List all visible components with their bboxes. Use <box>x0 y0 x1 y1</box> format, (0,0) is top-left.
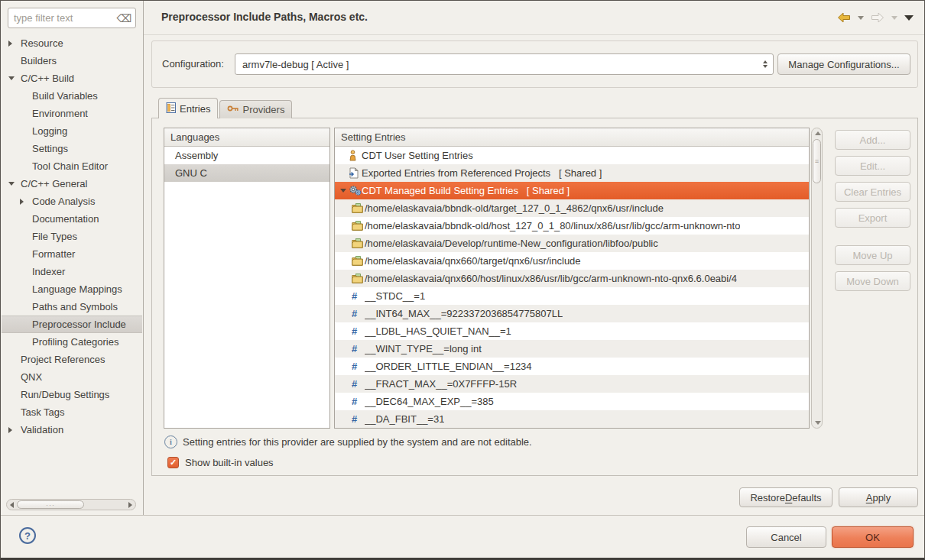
include-folder-icon <box>352 203 365 213</box>
sidebar-item-documentation[interactable]: Documentation <box>2 210 142 228</box>
expander-collapsed-icon[interactable] <box>20 199 32 205</box>
expander-expanded-icon[interactable] <box>8 182 21 186</box>
forward-menu-caret-icon[interactable] <box>891 16 897 20</box>
sidebar-item-indexer[interactable]: Indexer <box>2 263 142 280</box>
manage-configurations-button[interactable]: Manage Configurations... <box>777 53 910 75</box>
sidebar-item-project-references[interactable]: Project References <box>2 351 142 368</box>
sidebar-hscrollbar[interactable]: ··· <box>6 499 136 510</box>
sidebar-item-label: Run/Debug Settings <box>21 389 109 400</box>
language-row[interactable]: GNU C <box>164 164 329 182</box>
sidebar-item-formatter[interactable]: Formatter <box>2 245 142 263</box>
expander-expanded-icon[interactable] <box>338 189 349 193</box>
entry-row[interactable]: #__DA_FBIT__=31 <box>335 410 809 428</box>
macro-icon: # <box>352 290 357 302</box>
exported-entries-icon <box>349 167 359 179</box>
help-button[interactable]: ? <box>19 527 36 544</box>
scrollbar-thumb[interactable]: ··· <box>17 500 84 509</box>
setting-entries-list: Setting Entries CDT User Setting Entries… <box>334 128 810 429</box>
move-up-button[interactable]: Move Up <box>835 245 910 265</box>
clear-entries-button[interactable]: Clear Entries <box>835 182 910 202</box>
back-menu-caret-icon[interactable] <box>858 16 864 20</box>
entry-row[interactable]: CDT User Setting Entries <box>335 147 809 164</box>
sidebar-item-tool-chain-editor[interactable]: Tool Chain Editor <box>2 157 142 175</box>
dialog-footer: ? Cancel OK <box>1 515 924 558</box>
sidebar-item-c-c-build[interactable]: C/C++ Build <box>2 70 142 87</box>
sidebar-item-logging[interactable]: Logging <box>2 122 142 140</box>
show-built-in-checkbox[interactable]: ✓ <box>167 457 179 468</box>
sidebar-item-preprocessor-include[interactable]: Preprocessor Include <box>2 316 142 333</box>
scroll-down-icon[interactable] <box>815 421 821 425</box>
back-icon[interactable] <box>837 12 851 23</box>
sidebar-item-paths-and-symbols[interactable]: Paths and Symbols <box>2 298 142 316</box>
show-built-in-line: ✓ Show built-in values <box>167 457 274 468</box>
entry-row[interactable]: /home/elaskavaia/qnx660/target/qnx6/usr/… <box>335 252 809 270</box>
scroll-left-icon[interactable] <box>10 502 14 508</box>
entry-row[interactable]: #__LDBL_HAS_QUIET_NAN__=1 <box>335 322 809 340</box>
entry-row[interactable]: CDT Managed Build Setting Entries [ Shar… <box>335 182 809 199</box>
expander-collapsed-icon[interactable] <box>8 40 21 47</box>
sidebar-item-c-c-general[interactable]: C/C++ General <box>2 175 142 193</box>
cancel-button[interactable]: Cancel <box>746 526 826 548</box>
macro-icon: # <box>352 396 365 407</box>
entry-row[interactable]: /home/elaskavaia/qnx660/host/linux/x86/u… <box>335 270 809 287</box>
configuration-combo[interactable]: armv7le-debug [ Active ] <box>235 53 774 75</box>
providers-tab-icon-slot <box>227 104 239 115</box>
include-folder-icon <box>352 274 363 283</box>
sidebar-item-environment[interactable]: Environment <box>2 105 142 122</box>
view-menu-icon[interactable] <box>904 15 914 21</box>
entry-row[interactable]: #__FRACT_MAX__=0X7FFFP-15R <box>335 375 809 393</box>
entry-label: __LDBL_HAS_QUIET_NAN__=1 <box>365 325 511 337</box>
clear-filter-icon[interactable]: ⌫ <box>116 13 131 24</box>
entry-row[interactable]: #__ORDER_LITTLE_ENDIAN__=1234 <box>335 358 809 375</box>
sidebar-item-run-debug-settings[interactable]: Run/Debug Settings <box>2 386 142 403</box>
entry-row[interactable]: Exported Entries from Referenced Project… <box>335 164 809 182</box>
entry-row[interactable]: #__STDC__=1 <box>335 287 809 305</box>
scroll-right-icon[interactable] <box>128 502 132 508</box>
scrollbar-thumb[interactable]: ≡ <box>813 139 821 183</box>
sidebar-item-validation[interactable]: Validation <box>2 421 142 439</box>
language-row[interactable]: Assembly <box>164 147 329 164</box>
sidebar-item-qnx[interactable]: QNX <box>2 368 142 386</box>
export-button[interactable]: Export <box>835 208 910 228</box>
restore-defaults-button[interactable]: Restore Defaults <box>739 487 832 507</box>
entry-row[interactable]: /home/elaskavaia/bbndk-old/target_127_0_… <box>335 199 809 217</box>
add-button[interactable]: Add... <box>835 130 910 150</box>
page-title: Preprocessor Include Paths, Macros etc. <box>161 11 368 23</box>
filter-input[interactable] <box>12 11 116 24</box>
sidebar-item-build-variables[interactable]: Build Variables <box>2 87 142 105</box>
entry-row[interactable]: #__DEC64_MAX_EXP__=385 <box>335 393 809 410</box>
entry-row[interactable]: #__INT64_MAX__=9223372036854775807LL <box>335 305 809 322</box>
expander-expanded-icon[interactable] <box>8 76 21 80</box>
entry-label: /home/elaskavaia/Develop/runtime-New_con… <box>365 238 658 249</box>
entry-row[interactable]: /home/elaskavaia/bbndk-old/host_127_0_1_… <box>335 217 809 235</box>
entry-label: /home/elaskavaia/qnx660/host/linux/x86/u… <box>365 273 737 284</box>
entries-tab-icon-slot <box>166 102 177 115</box>
sidebar-item-code-analysis[interactable]: Code Analysis <box>2 193 142 210</box>
scroll-up-icon[interactable] <box>815 131 821 135</box>
include-folder-icon <box>352 238 365 248</box>
sidebar-item-profiling-categories[interactable]: Profiling Categories <box>2 333 142 351</box>
move-down-button[interactable]: Move Down <box>835 271 910 291</box>
forward-icon[interactable] <box>871 12 884 23</box>
entry-label: __DA_FBIT__=31 <box>365 413 444 425</box>
sidebar-item-settings[interactable]: Settings <box>2 140 142 157</box>
sidebar-item-language-mappings[interactable]: Language Mappings <box>2 280 142 298</box>
sidebar-item-resource[interactable]: Resource <box>2 34 142 52</box>
macro-icon: # <box>352 413 357 425</box>
sidebar-item-file-types[interactable]: File Types <box>2 228 142 245</box>
sidebar-item-label: Language Mappings <box>32 283 122 295</box>
apply-button[interactable]: Apply <box>839 487 918 507</box>
tab-entries[interactable]: Entries <box>158 98 218 118</box>
expander-collapsed-icon[interactable] <box>8 427 21 433</box>
tab-providers[interactable]: Providers <box>219 100 292 118</box>
entry-row[interactable]: /home/elaskavaia/Develop/runtime-New_con… <box>335 235 809 252</box>
setting-entries-header: Setting Entries <box>335 128 809 147</box>
sidebar-item-builders[interactable]: Builders <box>2 52 142 70</box>
ok-button[interactable]: OK <box>832 526 914 548</box>
edit-button[interactable]: Edit... <box>835 156 910 176</box>
sidebar-item-label: Tool Chain Editor <box>32 160 108 172</box>
entries-vscrollbar[interactable]: ≡ <box>811 128 823 429</box>
sidebar-item-task-tags[interactable]: Task Tags <box>2 403 142 421</box>
sidebar-item-label: C/C++ Build <box>21 73 74 84</box>
entry-row[interactable]: #__WINT_TYPE__=long int <box>335 340 809 358</box>
